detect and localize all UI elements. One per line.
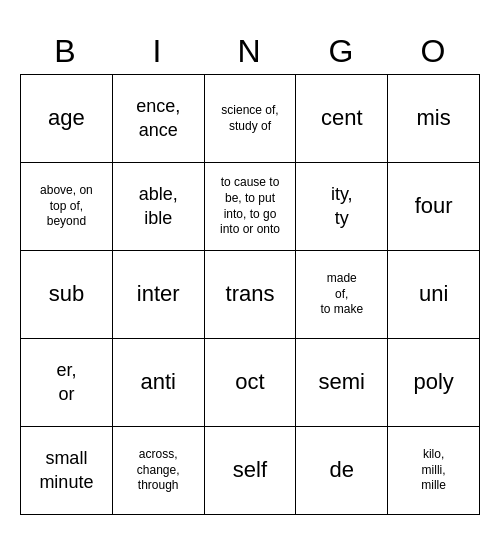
bingo-cell-22: self bbox=[205, 427, 297, 515]
bingo-cell-13: madeof,to make bbox=[296, 251, 388, 339]
bingo-cell-10: sub bbox=[21, 251, 113, 339]
bingo-cell-12: trans bbox=[205, 251, 297, 339]
bingo-card: BINGO ageence,ancescience of,study ofcen… bbox=[10, 19, 490, 525]
bingo-cell-3: cent bbox=[296, 75, 388, 163]
bingo-cell-17: oct bbox=[205, 339, 297, 427]
header-letter: I bbox=[112, 29, 204, 74]
bingo-header: BINGO bbox=[20, 29, 480, 74]
bingo-grid: ageence,ancescience of,study ofcentmisab… bbox=[20, 74, 480, 515]
bingo-cell-15: er,or bbox=[21, 339, 113, 427]
bingo-cell-11: inter bbox=[113, 251, 205, 339]
bingo-cell-23: de bbox=[296, 427, 388, 515]
bingo-cell-24: kilo,milli,mille bbox=[388, 427, 480, 515]
bingo-cell-16: anti bbox=[113, 339, 205, 427]
header-letter: O bbox=[388, 29, 480, 74]
bingo-cell-18: semi bbox=[296, 339, 388, 427]
bingo-cell-1: ence,ance bbox=[113, 75, 205, 163]
bingo-cell-8: ity,ty bbox=[296, 163, 388, 251]
bingo-cell-7: to cause tobe, to putinto, to gointo or … bbox=[205, 163, 297, 251]
bingo-cell-9: four bbox=[388, 163, 480, 251]
bingo-cell-4: mis bbox=[388, 75, 480, 163]
bingo-cell-20: smallminute bbox=[21, 427, 113, 515]
bingo-cell-5: above, ontop of,beyond bbox=[21, 163, 113, 251]
header-letter: B bbox=[20, 29, 112, 74]
header-letter: N bbox=[204, 29, 296, 74]
bingo-cell-6: able,ible bbox=[113, 163, 205, 251]
header-letter: G bbox=[296, 29, 388, 74]
bingo-cell-2: science of,study of bbox=[205, 75, 297, 163]
bingo-cell-21: across,change,through bbox=[113, 427, 205, 515]
bingo-cell-14: uni bbox=[388, 251, 480, 339]
bingo-cell-19: poly bbox=[388, 339, 480, 427]
bingo-cell-0: age bbox=[21, 75, 113, 163]
